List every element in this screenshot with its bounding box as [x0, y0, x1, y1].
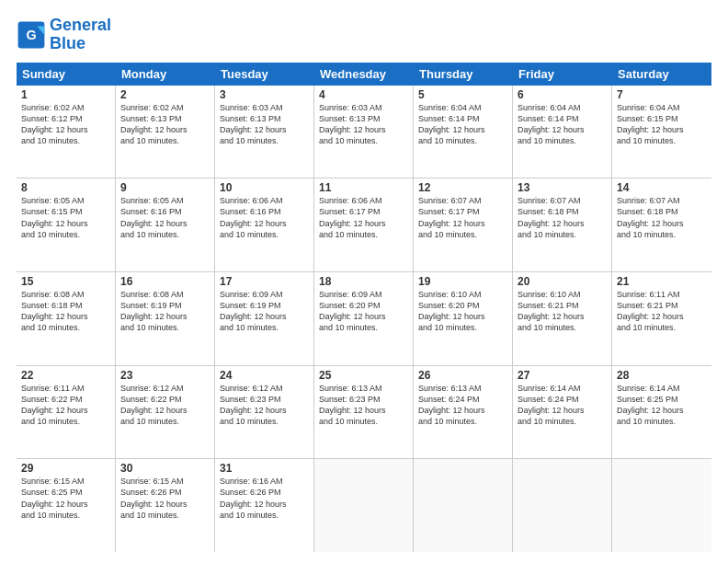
table-row: 2Sunrise: 6:02 AM Sunset: 6:13 PM Daylig…: [116, 86, 215, 178]
logo-general: General: [50, 16, 111, 34]
day-info: Sunrise: 6:09 AM Sunset: 6:20 PM Dayligh…: [319, 289, 408, 334]
day-info: Sunrise: 6:15 AM Sunset: 6:26 PM Dayligh…: [120, 476, 210, 521]
day-number: 25: [319, 369, 408, 382]
day-info: Sunrise: 6:08 AM Sunset: 6:18 PM Dayligh…: [21, 289, 110, 334]
logo-text: General Blue: [50, 17, 111, 53]
day-header-tuesday: Tuesday: [215, 63, 314, 86]
day-number: 19: [418, 275, 507, 288]
day-number: 5: [418, 88, 507, 101]
day-info: Sunrise: 6:06 AM Sunset: 6:17 PM Dayligh…: [319, 195, 408, 240]
day-info: Sunrise: 6:13 AM Sunset: 6:23 PM Dayligh…: [319, 383, 408, 428]
table-row: 21Sunrise: 6:11 AM Sunset: 6:21 PM Dayli…: [612, 272, 711, 365]
table-row: 30Sunrise: 6:15 AM Sunset: 6:26 PM Dayli…: [116, 459, 215, 552]
day-info: Sunrise: 6:10 AM Sunset: 6:21 PM Dayligh…: [518, 289, 607, 334]
day-info: Sunrise: 6:13 AM Sunset: 6:24 PM Dayligh…: [418, 383, 507, 428]
table-row: 28Sunrise: 6:14 AM Sunset: 6:25 PM Dayli…: [612, 366, 711, 459]
day-number: 9: [120, 181, 210, 194]
day-header-monday: Monday: [116, 63, 215, 86]
logo: G General Blue: [17, 17, 111, 53]
table-row: 3Sunrise: 6:03 AM Sunset: 6:13 PM Daylig…: [215, 86, 314, 178]
day-number: 13: [518, 181, 607, 194]
table-row: 11Sunrise: 6:06 AM Sunset: 6:17 PM Dayli…: [314, 178, 414, 271]
day-info: Sunrise: 6:06 AM Sunset: 6:16 PM Dayligh…: [220, 195, 309, 240]
header: G General Blue: [17, 17, 711, 53]
day-info: Sunrise: 6:04 AM Sunset: 6:15 PM Dayligh…: [617, 102, 707, 147]
day-number: 17: [220, 275, 309, 288]
day-number: 31: [220, 462, 309, 475]
day-number: 23: [120, 369, 210, 382]
day-info: Sunrise: 6:10 AM Sunset: 6:20 PM Dayligh…: [418, 289, 507, 334]
day-info: Sunrise: 6:08 AM Sunset: 6:19 PM Dayligh…: [120, 289, 210, 334]
table-row: 24Sunrise: 6:12 AM Sunset: 6:23 PM Dayli…: [215, 366, 314, 459]
day-number: 20: [518, 275, 607, 288]
day-number: 27: [518, 369, 607, 382]
calendar-week-5: 29Sunrise: 6:15 AM Sunset: 6:25 PM Dayli…: [17, 459, 711, 552]
day-number: 11: [319, 181, 408, 194]
day-info: Sunrise: 6:02 AM Sunset: 6:12 PM Dayligh…: [21, 102, 110, 147]
table-row: [612, 459, 711, 552]
calendar-week-4: 22Sunrise: 6:11 AM Sunset: 6:22 PM Dayli…: [17, 366, 711, 460]
day-number: 18: [319, 275, 408, 288]
day-info: Sunrise: 6:03 AM Sunset: 6:13 PM Dayligh…: [220, 102, 309, 147]
logo-icon: G: [17, 20, 46, 50]
day-number: 2: [120, 88, 210, 101]
day-number: 12: [418, 181, 507, 194]
calendar-week-1: 1Sunrise: 6:02 AM Sunset: 6:12 PM Daylig…: [17, 86, 711, 179]
calendar-header: SundayMondayTuesdayWednesdayThursdayFrid…: [17, 63, 711, 86]
day-number: 28: [617, 369, 707, 382]
day-number: 29: [21, 462, 110, 475]
table-row: 14Sunrise: 6:07 AM Sunset: 6:18 PM Dayli…: [612, 178, 711, 271]
day-info: Sunrise: 6:09 AM Sunset: 6:19 PM Dayligh…: [220, 289, 309, 334]
day-number: 22: [21, 369, 110, 382]
day-number: 14: [617, 181, 707, 194]
table-row: 20Sunrise: 6:10 AM Sunset: 6:21 PM Dayli…: [513, 272, 612, 365]
day-number: 7: [617, 88, 707, 101]
table-row: [414, 459, 513, 552]
table-row: 27Sunrise: 6:14 AM Sunset: 6:24 PM Dayli…: [513, 366, 612, 459]
day-number: 15: [21, 275, 110, 288]
table-row: 31Sunrise: 6:16 AM Sunset: 6:26 PM Dayli…: [215, 459, 314, 552]
day-header-sunday: Sunday: [17, 63, 116, 86]
day-number: 8: [21, 181, 110, 194]
day-number: 30: [120, 462, 210, 475]
day-number: 10: [220, 181, 309, 194]
day-info: Sunrise: 6:04 AM Sunset: 6:14 PM Dayligh…: [418, 102, 507, 147]
logo-blue: Blue: [50, 34, 85, 52]
day-info: Sunrise: 6:02 AM Sunset: 6:13 PM Dayligh…: [120, 102, 210, 147]
table-row: 13Sunrise: 6:07 AM Sunset: 6:18 PM Dayli…: [513, 178, 612, 271]
day-header-friday: Friday: [513, 63, 612, 86]
day-number: 6: [518, 88, 607, 101]
day-number: 3: [220, 88, 309, 101]
day-info: Sunrise: 6:05 AM Sunset: 6:15 PM Dayligh…: [21, 195, 110, 240]
day-info: Sunrise: 6:14 AM Sunset: 6:25 PM Dayligh…: [617, 383, 707, 428]
table-row: 16Sunrise: 6:08 AM Sunset: 6:19 PM Dayli…: [116, 272, 215, 365]
table-row: 5Sunrise: 6:04 AM Sunset: 6:14 PM Daylig…: [414, 86, 513, 178]
table-row: 4Sunrise: 6:03 AM Sunset: 6:13 PM Daylig…: [314, 86, 414, 178]
table-row: 18Sunrise: 6:09 AM Sunset: 6:20 PM Dayli…: [314, 272, 414, 365]
calendar-week-2: 8Sunrise: 6:05 AM Sunset: 6:15 PM Daylig…: [17, 178, 711, 272]
table-row: 25Sunrise: 6:13 AM Sunset: 6:23 PM Dayli…: [314, 366, 414, 459]
table-row: 1Sunrise: 6:02 AM Sunset: 6:12 PM Daylig…: [17, 86, 116, 178]
calendar-body: 1Sunrise: 6:02 AM Sunset: 6:12 PM Daylig…: [17, 86, 711, 552]
day-number: 24: [220, 369, 309, 382]
day-info: Sunrise: 6:11 AM Sunset: 6:21 PM Dayligh…: [617, 289, 707, 334]
svg-text:G: G: [26, 28, 36, 42]
table-row: 9Sunrise: 6:05 AM Sunset: 6:16 PM Daylig…: [116, 178, 215, 271]
table-row: 8Sunrise: 6:05 AM Sunset: 6:15 PM Daylig…: [17, 178, 116, 271]
table-row: 17Sunrise: 6:09 AM Sunset: 6:19 PM Dayli…: [215, 272, 314, 365]
day-info: Sunrise: 6:12 AM Sunset: 6:23 PM Dayligh…: [220, 383, 309, 428]
table-row: [314, 459, 414, 552]
day-header-wednesday: Wednesday: [314, 63, 414, 86]
table-row: 6Sunrise: 6:04 AM Sunset: 6:14 PM Daylig…: [513, 86, 612, 178]
table-row: [513, 459, 612, 552]
day-info: Sunrise: 6:07 AM Sunset: 6:18 PM Dayligh…: [518, 195, 607, 240]
day-info: Sunrise: 6:07 AM Sunset: 6:17 PM Dayligh…: [418, 195, 507, 240]
day-number: 26: [418, 369, 507, 382]
page: G General Blue SundayMondayTuesdayWednes…: [0, 0, 728, 563]
day-info: Sunrise: 6:12 AM Sunset: 6:22 PM Dayligh…: [120, 383, 210, 428]
day-number: 4: [319, 88, 408, 101]
table-row: 10Sunrise: 6:06 AM Sunset: 6:16 PM Dayli…: [215, 178, 314, 271]
day-info: Sunrise: 6:04 AM Sunset: 6:14 PM Dayligh…: [518, 102, 607, 147]
calendar-week-3: 15Sunrise: 6:08 AM Sunset: 6:18 PM Dayli…: [17, 272, 711, 366]
day-number: 16: [120, 275, 210, 288]
